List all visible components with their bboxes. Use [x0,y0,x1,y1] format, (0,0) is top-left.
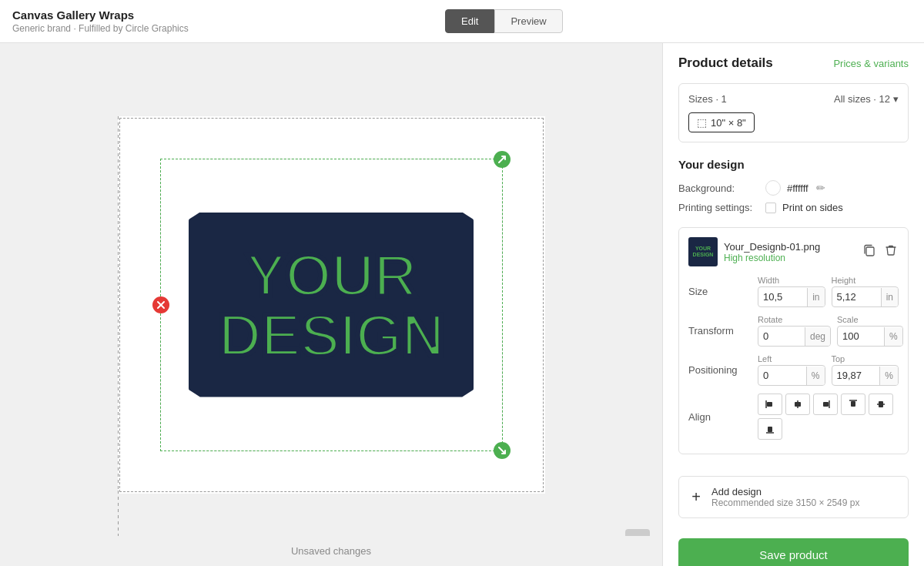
svg-rect-16 [823,402,829,407]
top-input[interactable] [832,366,880,385]
svg-rect-12 [767,402,772,407]
panel-title: Product details [678,55,773,71]
svg-rect-20 [879,401,883,407]
sizes-count-label: Sizes · 1 [688,93,727,105]
left-input-wrap: % [758,365,825,386]
chevron-down-icon: ▾ [893,93,899,105]
top-label: Top [832,354,899,363]
add-design-title: Add design [711,486,859,497]
rotate-label: Rotate [758,315,831,324]
grid-line-v1 [118,116,119,491]
file-quality: High resolution [724,253,855,263]
left-input[interactable] [758,366,806,385]
handle-delete[interactable] [152,296,169,313]
transform-row: Transform Rotate deg Scale % [688,315,899,347]
top-unit: % [879,367,898,385]
file-thumbnail: YOURDESIGN [688,237,718,266]
height-input-wrap: in [832,286,899,307]
positioning-prop-label: Positioning [688,364,758,376]
width-label: Width [758,276,825,285]
align-center-h-button[interactable] [785,394,810,415]
height-input[interactable] [832,287,881,306]
transform-prop-label: Transform [688,325,758,337]
sizes-all-button[interactable]: All sizes · 12 ▾ [834,93,899,105]
svg-rect-22 [768,427,772,432]
design-canvas: YOUR DESIGN [118,116,545,494]
transform-fields: Rotate deg Scale % [758,315,903,347]
save-section: Save product [663,526,924,566]
width-input-wrap: in [758,286,825,307]
left-field: Left % [758,354,825,386]
size-chip-10x8[interactable]: ⬚ 10" × 8" [688,112,755,132]
sizes-section: Sizes · 1 All sizes · 12 ▾ ⬚ 10" × 8" [678,83,909,142]
tab-edit[interactable]: Edit [445,9,494,33]
main-layout: YOUR DESIGN [0,43,924,566]
align-right-button[interactable] [813,394,838,415]
add-design-section[interactable]: + Add design Recommended size 3150 × 254… [678,476,909,518]
align-buttons [758,394,899,440]
sizes-header: Sizes · 1 All sizes · 12 ▾ [688,93,899,105]
file-name: Your_Designb-01.png [724,241,855,253]
size-prop-label: Size [688,286,758,297]
unsaved-changes: Unsaved changes [0,536,662,566]
design-file-card: YOURDESIGN Your_Designb-01.png High reso… [678,227,909,454]
prices-variants-link[interactable]: Prices & variants [833,58,909,69]
print-sides-checkbox[interactable] [765,203,776,213]
file-delete-button[interactable] [883,243,899,261]
scale-unit: % [884,327,902,346]
app-subtitle: Generic brand · Fulfilled by Circle Grap… [12,23,189,34]
size-value: 10" × 8" [711,117,746,129]
add-design-plus-icon: + [688,488,704,506]
sizes-all-label: All sizes · 12 [834,93,890,105]
scale-input[interactable] [838,327,884,346]
scale-field: Scale % [837,315,903,347]
align-middle-v-button[interactable] [869,394,893,415]
align-prop-label: Align [688,411,758,423]
svg-rect-18 [851,401,855,407]
align-bottom-button[interactable] [758,418,782,440]
align-top-button[interactable] [841,394,865,415]
svg-rect-14 [795,402,801,407]
edit-preview-tabs: Edit Preview [445,9,563,33]
background-row: Background: #ffffff ✏ [678,180,909,196]
file-actions [862,243,899,261]
width-field: Width in [758,276,825,307]
width-input[interactable] [758,287,807,306]
width-unit: in [807,288,824,306]
scale-input-wrap: % [837,326,903,347]
tab-preview[interactable]: Preview [494,9,562,33]
add-design-subtitle: Recommended size 3150 × 2549 px [711,497,859,508]
unsaved-label: Unsaved changes [291,545,371,557]
file-copy-button[interactable] [862,243,877,261]
color-swatch[interactable] [765,180,781,196]
your-design-section: Your design Background: #ffffff ✏ Printi… [663,149,924,219]
height-field: Height in [832,276,899,307]
header-branding: Canvas Gallery Wraps Generic brand · Ful… [12,8,189,34]
save-product-button[interactable]: Save product [678,538,909,566]
background-label: Background: [678,183,759,194]
design-preview-graphic: YOUR DESIGN [185,205,477,405]
design-image-area[interactable]: YOUR DESIGN [160,159,503,451]
top-field: Top % [832,354,899,386]
edit-color-icon[interactable]: ✏ [816,182,825,194]
height-label: Height [832,276,899,285]
align-left-button[interactable] [758,394,782,415]
right-panel: Product details Prices & variants Sizes … [662,43,924,566]
canvas-wrapper: YOUR DESIGN [118,116,545,494]
add-design-info: Add design Recommended size 3150 × 2549 … [711,486,859,508]
print-sides-label: Print on sides [782,202,843,213]
file-header: YOURDESIGN Your_Designb-01.png High reso… [688,237,899,266]
rotate-input[interactable] [758,327,805,346]
handle-resize-tr[interactable] [494,151,511,168]
your-design-title: Your design [678,158,909,171]
handle-resize-br[interactable] [494,442,511,459]
align-row: Align [688,394,899,440]
scale-label: Scale [837,315,903,324]
left-unit: % [806,367,825,385]
printing-label: Printing settings: [678,202,759,213]
header: Canvas Gallery Wraps Generic brand · Ful… [0,0,924,43]
size-row: Size Width in Height in [688,276,899,307]
canvas-area: YOUR DESIGN [0,43,662,566]
top-input-wrap: % [832,365,899,386]
printing-row: Printing settings: Print on sides [678,202,909,213]
